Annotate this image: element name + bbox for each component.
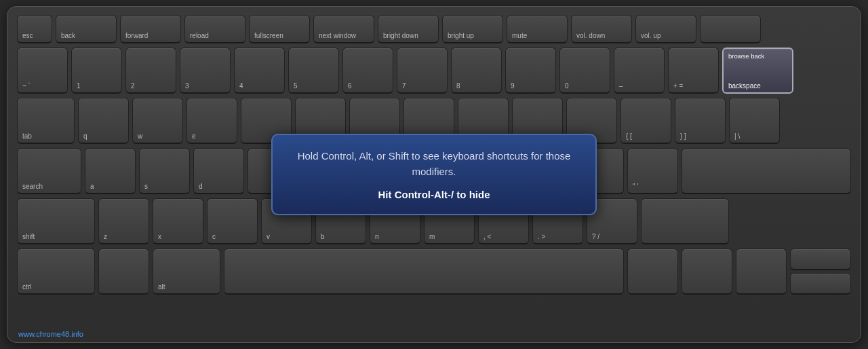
key-backslash-label: | \ (734, 132, 740, 140)
key-ctrl-label: ctrl (22, 283, 31, 291)
key-d[interactable]: d (193, 148, 244, 194)
key-slash-label: ? / (592, 233, 599, 240)
key-minus[interactable]: – (614, 48, 665, 94)
key-empty1[interactable] (700, 15, 761, 43)
key-reload-label: reload (190, 32, 209, 39)
key-7[interactable]: 7 (397, 48, 448, 94)
key-forward[interactable]: forward (120, 15, 181, 43)
key-back-label: back (61, 32, 75, 39)
key-e-label: e (192, 132, 196, 140)
key-shift-left[interactable]: shift (17, 198, 95, 244)
key-x-label: x (158, 233, 161, 240)
key-space[interactable] (224, 249, 624, 295)
key-vol-down[interactable]: vol. down (571, 15, 632, 43)
key-bright-up-label: bright up (448, 32, 474, 39)
tooltip-main-text: Hold Control, Alt, or Shift to see keybo… (293, 149, 575, 179)
key-backspace[interactable]: browse back backspace (722, 48, 793, 94)
keyboard-shortcut-tooltip: Hold Control, Alt, or Shift to see keybo… (271, 134, 597, 215)
key-w-label: w (138, 132, 142, 140)
key-forward-label: forward (125, 32, 148, 39)
key-period-label: . > (538, 233, 545, 240)
key-next-window[interactable]: next window (313, 15, 374, 43)
key-9[interactable]: 9 (505, 48, 556, 94)
key-quote[interactable]: " ' (627, 148, 678, 194)
key-fullscreen-label: fullscreen (254, 32, 283, 39)
key-bright-down-label: bright down (383, 32, 418, 39)
tooltip-shortcut-text: Hit Control-Alt-/ to hide (293, 189, 575, 200)
key-5-label: 5 (294, 82, 298, 90)
key-vol-up-label: vol. up (641, 32, 660, 39)
key-7-label: 7 (402, 82, 406, 90)
number-row: ~ ` 1 2 3 4 5 6 7 8 9 0 (17, 48, 851, 94)
key-z-label: z (104, 233, 107, 240)
key-m-label: m (429, 233, 435, 240)
key-z[interactable]: z (98, 198, 149, 244)
key-6[interactable]: 6 (342, 48, 393, 94)
key-e[interactable]: e (186, 98, 237, 144)
key-0[interactable]: 0 (559, 48, 610, 94)
key-1-label: 1 (77, 82, 81, 90)
key-bright-down[interactable]: bright down (378, 15, 439, 43)
key-ctrl[interactable]: ctrl (17, 249, 95, 295)
key-c-label: c (212, 233, 216, 240)
key-esc-label: esc (22, 32, 33, 39)
key-reload[interactable]: reload (184, 15, 245, 43)
key-tab[interactable]: tab (17, 98, 75, 144)
key-equals-label: + = (673, 82, 683, 90)
key-backspace-label: backspace (728, 82, 761, 90)
key-quote-label: " ' (633, 183, 638, 190)
key-w[interactable]: w (132, 98, 183, 144)
key-back[interactable]: back (56, 15, 117, 43)
key-q-label: q (83, 132, 87, 140)
key-mute-label: mute (512, 32, 527, 39)
key-backspace-top-label: browse back (728, 52, 764, 60)
key-s[interactable]: s (139, 148, 190, 194)
key-fullscreen[interactable]: fullscreen (249, 15, 310, 43)
key-tab-label: tab (22, 132, 32, 140)
key-vol-up[interactable]: vol. up (635, 15, 696, 43)
key-1[interactable]: 1 (71, 48, 122, 94)
key-bottom-empty3[interactable] (682, 249, 732, 295)
key-rbracket[interactable]: } ] (675, 98, 726, 144)
key-alt[interactable]: alt (153, 249, 220, 295)
key-next-window-label: next window (319, 32, 356, 39)
key-enter[interactable] (682, 148, 851, 194)
key-tilde[interactable]: ~ ` (17, 48, 68, 94)
key-3[interactable]: 3 (180, 48, 231, 94)
key-2[interactable]: 2 (125, 48, 176, 94)
key-alt-label: alt (158, 283, 165, 291)
key-search[interactable]: search (17, 148, 81, 194)
key-esc[interactable]: esc (17, 15, 52, 43)
key-c[interactable]: c (207, 198, 258, 244)
key-backslash[interactable]: | \ (729, 98, 780, 144)
key-comma-label: , < (484, 233, 491, 240)
key-3-label: 3 (185, 82, 189, 90)
key-q[interactable]: q (78, 98, 129, 144)
key-rbracket-label: } ] (680, 132, 686, 140)
key-bottom-empty4[interactable] (736, 249, 787, 295)
key-mute[interactable]: mute (507, 15, 568, 43)
bottom-row: ctrl alt (17, 249, 851, 295)
key-shift-right[interactable] (641, 198, 729, 244)
key-minus-label: – (619, 82, 623, 90)
key-6-label: 6 (348, 82, 352, 90)
key-right-top[interactable] (790, 249, 851, 270)
key-bottom-empty2[interactable] (627, 249, 678, 295)
key-bright-up[interactable]: bright up (442, 15, 503, 43)
key-8[interactable]: 8 (451, 48, 502, 94)
key-lbracket-label: { [ (626, 132, 632, 140)
key-d-label: d (199, 183, 203, 190)
key-5[interactable]: 5 (288, 48, 339, 94)
key-shift-left-label: shift (22, 233, 35, 240)
key-equals[interactable]: + = (668, 48, 719, 94)
key-right-bottom[interactable] (790, 273, 851, 295)
key-vol-down-label: vol. down (576, 32, 605, 39)
keyboard: esc back forward reload fullscreen next … (7, 6, 861, 343)
key-x[interactable]: x (153, 198, 203, 244)
key-a[interactable]: a (85, 148, 136, 194)
footer-link[interactable]: www.chrome48.info (18, 330, 83, 338)
key-4[interactable]: 4 (234, 48, 285, 94)
key-lbracket[interactable]: { [ (620, 98, 671, 144)
key-bottom-empty1[interactable] (98, 249, 149, 295)
function-row: esc back forward reload fullscreen next … (17, 15, 851, 43)
